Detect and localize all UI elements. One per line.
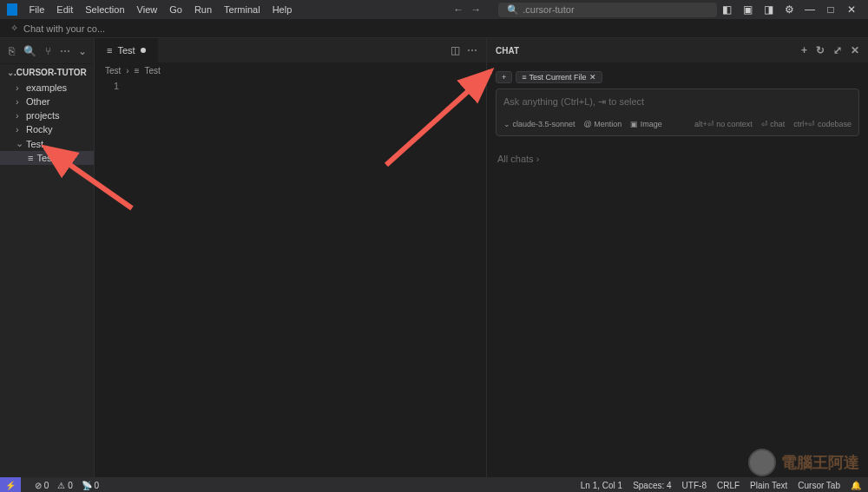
status-eol[interactable]: CRLF bbox=[717, 481, 740, 490]
chat-input[interactable]: Ask anything (Ctrl+L), ⇥ to select ⌄ cla… bbox=[496, 89, 859, 136]
layout-primary-icon[interactable]: ◧ bbox=[717, 1, 736, 18]
search-text: .cursor-tutor bbox=[523, 4, 574, 15]
menu-bar: File Edit Selection View Go Run Terminal… bbox=[24, 3, 298, 16]
menu-help[interactable]: Help bbox=[267, 3, 298, 16]
command-center[interactable]: 🔍 .cursor-tutor bbox=[498, 3, 717, 17]
status-warnings[interactable]: ⚠ 0 bbox=[57, 481, 72, 490]
chevron-right-icon: › bbox=[16, 96, 23, 107]
model-selector[interactable]: ⌄ claude-3.5-sonnet bbox=[503, 120, 575, 128]
watermark: 電腦王阿達 bbox=[748, 449, 859, 476]
status-encoding[interactable]: UTF-8 bbox=[682, 481, 707, 490]
hint-codebase: ctrl+⏎ codebase bbox=[793, 120, 852, 128]
breadcrumb[interactable]: Test › ≡ Test bbox=[95, 62, 486, 79]
menu-terminal[interactable]: Terminal bbox=[219, 3, 266, 16]
context-chip-file[interactable]: ≡ Test Current File ✕ bbox=[516, 71, 602, 83]
more-actions-icon[interactable]: ⋯ bbox=[467, 44, 477, 56]
split-editor-icon[interactable]: ◫ bbox=[450, 44, 460, 56]
tab-label: Test bbox=[117, 45, 135, 56]
new-chat-icon[interactable]: + bbox=[801, 44, 807, 56]
remote-button[interactable]: ⚡ bbox=[0, 477, 21, 492]
hint-nocontext: alt+⏎ no context bbox=[694, 120, 753, 128]
chevron-right-icon: › bbox=[16, 82, 23, 93]
status-cursor-pos[interactable]: Ln 1, Col 1 bbox=[581, 481, 622, 490]
menu-go[interactable]: Go bbox=[164, 3, 187, 16]
file-icon: ≡ bbox=[135, 66, 140, 75]
file-icon: ≡ bbox=[107, 45, 112, 56]
minimize-icon[interactable]: — bbox=[800, 1, 819, 18]
explorer-icon[interactable]: ⎘ bbox=[7, 44, 16, 58]
status-ports[interactable]: 📡 0 bbox=[82, 481, 99, 490]
nav-back-icon[interactable]: ← bbox=[453, 3, 464, 16]
chevron-right-icon: › bbox=[536, 154, 540, 164]
more-icon[interactable]: ⋯ bbox=[60, 44, 70, 58]
menu-view[interactable]: View bbox=[132, 3, 163, 16]
explorer-root[interactable]: ⌄ .CURSOR-TUTOR bbox=[0, 64, 94, 81]
banner-text: Chat with your co... bbox=[23, 23, 105, 34]
settings-icon[interactable]: ⚙ bbox=[779, 1, 799, 18]
tab-test[interactable]: ≡ Test bbox=[95, 38, 159, 62]
menu-selection[interactable]: Selection bbox=[80, 3, 129, 16]
info-icon: ✧ bbox=[10, 23, 18, 34]
line-gutter: 1 bbox=[95, 79, 129, 477]
image-button[interactable]: ▣ Image bbox=[630, 120, 662, 128]
source-control-icon[interactable]: ⑂ bbox=[43, 44, 53, 58]
layout-panel-icon[interactable]: ▣ bbox=[738, 1, 757, 18]
all-chats-link[interactable]: All chats › bbox=[487, 145, 868, 173]
add-context-button[interactable]: + bbox=[496, 71, 512, 83]
status-indent[interactable]: Spaces: 4 bbox=[633, 481, 671, 490]
file-icon: ≡ bbox=[522, 73, 526, 82]
history-icon[interactable]: ↻ bbox=[816, 44, 825, 56]
folder-test[interactable]: ⌄Test bbox=[0, 136, 94, 151]
menu-run[interactable]: Run bbox=[189, 3, 217, 16]
search-icon: 🔍 bbox=[507, 4, 519, 16]
folder-other[interactable]: ›Other bbox=[0, 95, 94, 108]
status-bell-icon[interactable]: 🔔 bbox=[851, 481, 861, 490]
chevron-down-icon: ⌄ bbox=[16, 138, 23, 149]
chevron-right-icon: › bbox=[126, 66, 128, 75]
file-icon: ≡ bbox=[28, 153, 33, 163]
editor-content[interactable] bbox=[129, 79, 486, 477]
chevron-down-icon: ⌄ bbox=[7, 68, 14, 77]
close-icon[interactable]: ✕ bbox=[842, 1, 861, 18]
modified-dot-icon bbox=[141, 48, 146, 53]
nav-forward-icon[interactable]: → bbox=[470, 3, 481, 16]
maximize-icon[interactable]: □ bbox=[821, 1, 840, 18]
hint-chat: ⏎ chat bbox=[761, 120, 786, 128]
menu-edit[interactable]: Edit bbox=[51, 3, 78, 16]
menu-file[interactable]: File bbox=[24, 3, 50, 16]
chevron-down-icon[interactable]: ⌄ bbox=[77, 44, 87, 58]
close-chat-icon[interactable]: ✕ bbox=[851, 44, 859, 56]
folder-examples[interactable]: ›examples bbox=[0, 81, 94, 95]
remove-chip-icon[interactable]: ✕ bbox=[589, 73, 596, 82]
folder-projects[interactable]: ›projects bbox=[0, 108, 94, 122]
chevron-right-icon: › bbox=[16, 110, 23, 121]
root-label: .CURSOR-TUTOR bbox=[14, 68, 87, 77]
expand-icon[interactable]: ⤢ bbox=[833, 44, 842, 56]
folder-rocky[interactable]: ›Rocky bbox=[0, 122, 94, 136]
status-cursor-tab[interactable]: Cursor Tab bbox=[798, 481, 840, 490]
chat-placeholder: Ask anything (Ctrl+L), ⇥ to select bbox=[503, 96, 852, 108]
app-logo bbox=[7, 3, 17, 16]
layout-secondary-icon[interactable]: ◨ bbox=[759, 1, 778, 18]
chevron-right-icon: › bbox=[16, 124, 23, 134]
mention-button[interactable]: @ Mention bbox=[584, 120, 622, 128]
status-language[interactable]: Plain Text bbox=[750, 481, 787, 490]
file-test[interactable]: ≡Test bbox=[0, 151, 94, 165]
search-panel-icon[interactable]: 🔍 bbox=[23, 44, 36, 58]
status-errors[interactable]: ⊘ 0 bbox=[35, 481, 49, 490]
chat-title: CHAT bbox=[496, 46, 519, 56]
